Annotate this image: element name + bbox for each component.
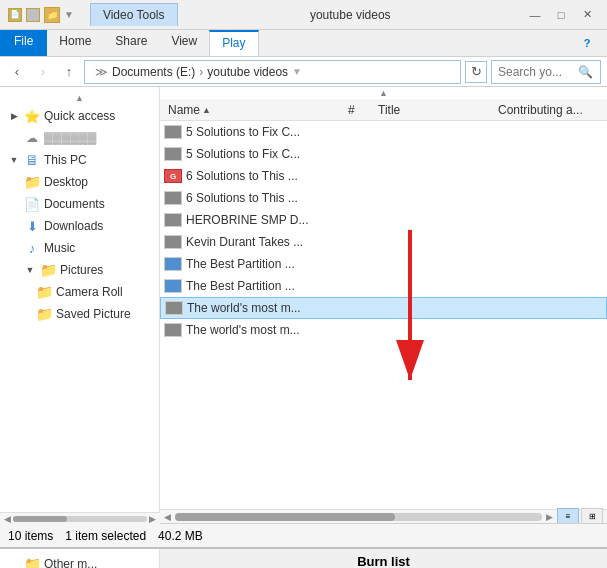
tab-file[interactable]: File [0, 30, 47, 56]
sidebar-label-documents: Documents [44, 197, 105, 211]
sidebar-label-quick-access: Quick access [44, 109, 115, 123]
bottom-area: 📁 Other m... 📁 Other Lil... ◀ ▶ Burn lis… [0, 547, 607, 568]
file-name-1: 5 Solutions to Fix C... [186, 147, 341, 161]
sidebar-item-quick-access[interactable]: ▶ ⭐ Quick access [0, 105, 159, 127]
table-row[interactable]: G 6 Solutions to This ... [160, 165, 607, 187]
expand-icon-pictures: ▼ [24, 264, 36, 276]
refresh-button[interactable]: ↻ [465, 61, 487, 83]
title-icon-3: 📁 [44, 7, 60, 23]
col-header-num[interactable]: # [344, 103, 374, 117]
window-title: youtube videos [178, 8, 523, 22]
status-item-count: 10 items [8, 529, 53, 543]
maximize-button[interactable]: □ [549, 5, 573, 25]
view-btn-list[interactable]: ⊞ [581, 508, 603, 524]
close-button[interactable]: ✕ [575, 5, 599, 25]
column-header: Name ▲ # Title Contributing a... [160, 99, 607, 121]
status-size: 40.2 MB [158, 529, 203, 543]
title-dropdown-arrow: ▼ [64, 9, 74, 20]
video-tools-tab: Video Tools [90, 3, 178, 26]
search-icon[interactable]: 🔍 [578, 65, 593, 79]
file-thumb-1 [164, 147, 182, 161]
title-icon-1: 📄 [8, 8, 22, 22]
title-icon-2 [26, 8, 40, 22]
view-btn-details[interactable]: ≡ [557, 508, 579, 524]
sidebar-item-this-pc[interactable]: ▼ 🖥 This PC [0, 149, 159, 171]
sidebar-item-pictures[interactable]: ▼ 📁 Pictures [0, 259, 159, 281]
col-header-contributing[interactable]: Contributing a... [494, 103, 607, 117]
table-row[interactable]: The world's most m... [160, 297, 607, 319]
sidebar-item-camera-roll[interactable]: 📁 Camera Roll [0, 281, 159, 303]
expand-icon-od [8, 132, 20, 144]
main-area: ▲ ▶ ⭐ Quick access ☁ ▓▓▓▓▓▓ ▼ 🖥 This PC … [0, 87, 607, 523]
tab-view[interactable]: View [159, 30, 209, 56]
sidebar-item-music[interactable]: ♪ Music [0, 237, 159, 259]
folder-icon-other-m: 📁 [24, 556, 40, 568]
sidebar-item-desktop[interactable]: 📁 Desktop [0, 171, 159, 193]
hscroll-right[interactable]: ▶ [546, 512, 553, 522]
pc-icon: 🖥 [24, 152, 40, 168]
tab-share[interactable]: Share [103, 30, 159, 56]
expand-icon-pc: ▼ [8, 154, 20, 166]
table-row[interactable]: 5 Solutions to Fix C... [160, 143, 607, 165]
tab-home[interactable]: Home [47, 30, 103, 56]
quick-access-icon: ⭐ [24, 108, 40, 124]
file-thumb-5 [164, 235, 182, 249]
minimize-button[interactable]: — [523, 5, 547, 25]
view-toggle-buttons: ≡ ⊞ [557, 508, 603, 524]
sidebar-label-other-m: Other m... [44, 557, 97, 568]
folder-icon-desktop: 📁 [24, 174, 40, 190]
address-bar[interactable]: ≫ Documents (E:) › youtube videos ▼ [84, 60, 461, 84]
sidebar-label-saved-pictures: Saved Picture [56, 307, 131, 321]
search-input[interactable] [498, 65, 578, 79]
sidebar-item-other-m[interactable]: 📁 Other m... [0, 553, 159, 568]
col-header-name[interactable]: Name ▲ [164, 103, 344, 117]
downloads-icon: ⬇ [24, 218, 40, 234]
sidebar-item-saved-pictures[interactable]: 📁 Saved Picture [0, 303, 159, 325]
tab-play[interactable]: Play [209, 30, 258, 56]
table-row[interactable]: HEROBRINE SMP D... [160, 209, 607, 231]
sidebar-label-music: Music [44, 241, 75, 255]
file-thumb-4 [164, 213, 182, 227]
table-row[interactable]: The Best Partition ... [160, 253, 607, 275]
table-row[interactable]: 6 Solutions to This ... [160, 187, 607, 209]
horizontal-scrollbar[interactable]: ◀ ▶ ≡ ⊞ [160, 509, 607, 523]
file-name-4: HEROBRINE SMP D... [186, 213, 341, 227]
hscroll-track[interactable] [175, 513, 542, 521]
file-name-9: The world's most m... [186, 323, 341, 337]
search-box[interactable]: 🔍 [491, 60, 601, 84]
file-name-0: 5 Solutions to Fix C... [186, 125, 341, 139]
up-button[interactable]: ↑ [58, 61, 80, 83]
sidebar-label-onedrive: ▓▓▓▓▓▓ [44, 131, 97, 145]
sidebar-scroll-up[interactable]: ▲ [0, 91, 159, 105]
file-thumb-2: G [164, 169, 182, 183]
file-thumb-7 [164, 279, 182, 293]
sidebar-item-downloads[interactable]: ⬇ Downloads [0, 215, 159, 237]
forward-button[interactable]: › [32, 61, 54, 83]
title-bar-icons: 📄 📁 ▼ [8, 7, 74, 23]
breadcrumb-part-2[interactable]: youtube videos [207, 65, 288, 79]
music-icon: ♪ [24, 240, 40, 256]
sidebar-label-this-pc: This PC [44, 153, 87, 167]
file-list-area: ▲ Name ▲ # Title Contributing a... 5 Sol… [160, 87, 607, 523]
sidebar-label-camera-roll: Camera Roll [56, 285, 123, 299]
table-row[interactable]: The Best Partition ... [160, 275, 607, 297]
table-row[interactable]: The world's most m... [160, 319, 607, 341]
address-dropdown-arrow[interactable]: ▼ [292, 66, 302, 77]
file-name-2: 6 Solutions to This ... [186, 169, 341, 183]
sidebar: ▲ ▶ ⭐ Quick access ☁ ▓▓▓▓▓▓ ▼ 🖥 This PC … [0, 87, 160, 523]
sidebar-item-onedrive[interactable]: ☁ ▓▓▓▓▓▓ [0, 127, 159, 149]
table-row[interactable]: 5 Solutions to Fix C... [160, 121, 607, 143]
back-button[interactable]: ‹ [6, 61, 28, 83]
col-header-title[interactable]: Title [374, 103, 494, 117]
folder-icon-pictures: 📁 [40, 262, 56, 278]
file-thumb-9 [164, 323, 182, 337]
hscroll-left[interactable]: ◀ [164, 512, 171, 522]
ribbon-help-button[interactable]: ? [575, 33, 599, 53]
table-row[interactable]: Kevin Durant Takes ... [160, 231, 607, 253]
hscroll-thumb[interactable] [175, 513, 395, 521]
breadcrumb-part-1[interactable]: Documents (E:) [112, 65, 195, 79]
sidebar-item-documents[interactable]: 📄 Documents [0, 193, 159, 215]
documents-icon: 📄 [24, 196, 40, 212]
sidebar-label-pictures: Pictures [60, 263, 103, 277]
file-name-5: Kevin Durant Takes ... [186, 235, 341, 249]
